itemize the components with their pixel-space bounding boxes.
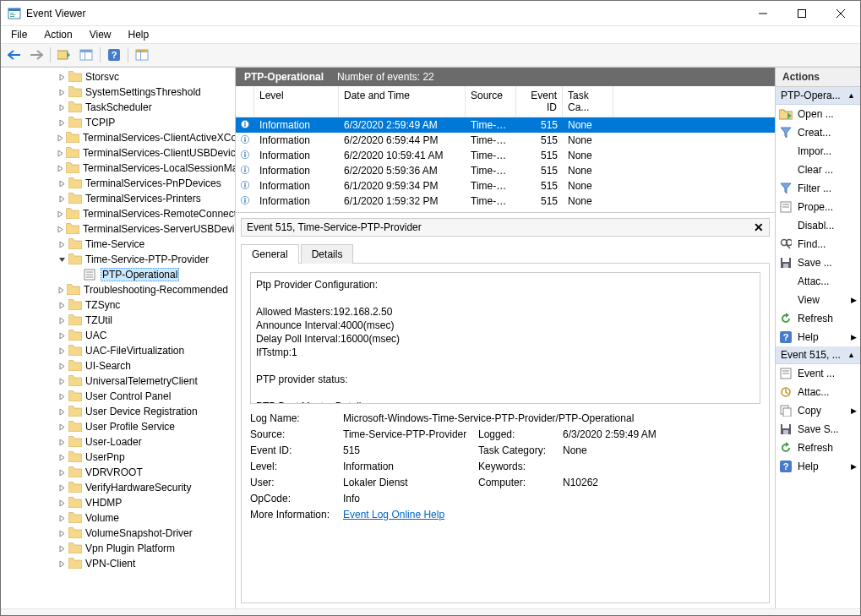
expand-icon[interactable] <box>57 224 64 234</box>
tree-item[interactable]: VDRVROOT <box>1 465 235 480</box>
tree-item[interactable]: Time-Service <box>1 237 235 252</box>
tree-item[interactable]: TerminalServices-ServerUSBDevices <box>1 221 235 237</box>
tree-item[interactable]: TerminalServices-RemoteConnectionManager <box>1 206 235 221</box>
action-item[interactable]: Disabl... <box>776 216 860 235</box>
action-item[interactable]: Attac... <box>776 383 860 401</box>
action-item[interactable]: ?Help▶ <box>776 328 860 346</box>
menu-action[interactable]: Action <box>37 27 79 42</box>
expand-icon[interactable] <box>57 87 67 97</box>
table-row[interactable]: Information6/3/2020 2:59:49 AMTime-S...5… <box>236 117 775 133</box>
expand-icon[interactable] <box>57 330 67 341</box>
back-button[interactable] <box>4 46 25 64</box>
expand-icon[interactable] <box>57 117 67 128</box>
expand-icon[interactable] <box>57 467 67 477</box>
events-table[interactable]: Level Date and Time Source Event ID Task… <box>236 86 775 213</box>
expand-icon[interactable] <box>57 361 67 371</box>
tree-item[interactable]: TaskScheduler <box>1 100 235 115</box>
expand-icon[interactable] <box>57 72 67 82</box>
tree-item[interactable]: VHDMP <box>1 495 235 510</box>
table-row[interactable]: Information6/2/2020 6:59:44 PMTime-S...5… <box>236 133 775 148</box>
tree-item[interactable]: VPN-Client <box>1 556 235 571</box>
table-row[interactable]: Information6/1/2020 9:59:34 PMTime-S...5… <box>236 178 775 194</box>
help-button[interactable]: ? <box>104 46 124 64</box>
action-item[interactable]: View▶ <box>776 291 860 309</box>
tree-item[interactable]: TZUtil <box>1 313 235 328</box>
tree-item[interactable]: Volume <box>1 510 235 526</box>
expand-icon[interactable] <box>57 391 67 401</box>
action-item[interactable]: ?Help▶ <box>776 457 860 476</box>
col-eventid[interactable]: Event ID <box>516 86 563 117</box>
action-item[interactable]: Creat... <box>776 123 860 142</box>
menu-file[interactable]: File <box>4 27 34 42</box>
expand-icon[interactable] <box>57 422 67 432</box>
tree-item[interactable]: TerminalServices-Printers <box>1 191 235 206</box>
expand-icon[interactable] <box>57 300 67 310</box>
tree-item[interactable]: UI-Search <box>1 358 235 373</box>
tree-item[interactable]: TerminalServices-LocalSessionManager <box>1 161 235 176</box>
close-button[interactable] <box>821 1 860 26</box>
tree-item[interactable]: TZSync <box>1 297 235 313</box>
properties-button[interactable] <box>76 46 96 64</box>
expand-icon[interactable] <box>57 163 64 173</box>
action-item[interactable]: Save ... <box>776 253 860 272</box>
tree-item[interactable]: Vpn Plugin Platform <box>1 541 235 556</box>
minimize-button[interactable] <box>744 1 782 26</box>
expand-icon[interactable] <box>57 209 64 219</box>
expand-icon[interactable] <box>57 239 67 249</box>
action-item[interactable]: Filter ... <box>776 179 860 198</box>
tree-item[interactable]: User Device Registration <box>1 404 235 419</box>
tree-item[interactable]: Time-Service-PTP-Provider <box>1 252 235 267</box>
tab-details[interactable]: Details <box>301 244 354 264</box>
expand-icon[interactable] <box>57 102 67 112</box>
expand-icon[interactable] <box>57 452 67 462</box>
action-item[interactable]: Refresh <box>776 439 860 457</box>
view-columns-button[interactable] <box>132 46 152 64</box>
event-message[interactable]: Ptp Provider Configuration: Allowed Mast… <box>250 272 760 404</box>
tree-item[interactable]: UAC <box>1 328 235 343</box>
actions-section-log[interactable]: PTP-Opera... ▲ <box>776 87 860 105</box>
table-row[interactable]: Information6/2/2020 10:59:41 AMTime-S...… <box>236 148 775 163</box>
tree-item[interactable]: PTP-Operational <box>1 267 235 282</box>
action-item[interactable]: Save S... <box>776 420 860 439</box>
menu-view[interactable]: View <box>83 27 118 42</box>
expand-icon[interactable] <box>57 437 67 447</box>
expand-icon[interactable] <box>57 346 67 356</box>
tree-item[interactable]: TerminalServices-PnPDevices <box>1 176 235 191</box>
table-row[interactable]: Information6/2/2020 5:59:36 AMTime-S...5… <box>236 163 775 178</box>
action-item[interactable]: Open ... <box>776 105 860 123</box>
col-task[interactable]: Task Ca... <box>563 86 613 117</box>
expand-icon[interactable] <box>57 543 67 553</box>
expand-icon[interactable] <box>57 148 64 158</box>
tree-item[interactable]: User-Loader <box>1 434 235 450</box>
actions-section-event[interactable]: Event 515, ... ▲ <box>776 346 860 364</box>
expand-icon[interactable] <box>57 315 67 325</box>
tree-item[interactable]: UserPnp <box>1 450 235 465</box>
tree-item[interactable]: Storsvc <box>1 69 235 84</box>
tree-scroll[interactable]: StorsvcSystemSettingsThresholdTaskSchedu… <box>1 68 235 608</box>
expand-icon[interactable] <box>72 270 82 280</box>
tree-item[interactable]: User Profile Service <box>1 419 235 434</box>
col-date[interactable]: Date and Time <box>339 86 466 117</box>
tree-item[interactable]: TCPIP <box>1 115 235 130</box>
maximize-button[interactable] <box>782 1 821 26</box>
action-item[interactable]: Refresh <box>776 309 860 328</box>
tree-item[interactable]: VerifyHardwareSecurity <box>1 480 235 495</box>
expand-icon[interactable] <box>57 376 67 386</box>
tree-item[interactable]: VolumeSnapshot-Driver <box>1 526 235 541</box>
col-source[interactable]: Source <box>466 86 516 117</box>
moreinfo-link[interactable]: Event Log Online Help <box>343 509 444 521</box>
show-hide-tree-button[interactable] <box>54 46 74 64</box>
expand-icon[interactable] <box>57 482 67 493</box>
expand-icon[interactable] <box>57 406 67 417</box>
forward-button[interactable] <box>26 46 46 64</box>
tree-item[interactable]: UAC-FileVirtualization <box>1 343 235 358</box>
tree-item[interactable]: Troubleshooting-Recommended <box>1 282 235 297</box>
action-item[interactable]: Copy▶ <box>776 401 860 420</box>
tree-item[interactable]: User Control Panel <box>1 389 235 404</box>
expand-icon[interactable] <box>57 559 67 569</box>
table-row[interactable]: Information6/1/2020 1:59:32 PMTime-S...5… <box>236 194 775 209</box>
expand-icon[interactable] <box>57 133 64 143</box>
action-item[interactable]: Impor... <box>776 142 860 161</box>
menu-help[interactable]: Help <box>122 27 156 42</box>
tree-item[interactable]: UniversalTelemetryClient <box>1 373 235 389</box>
